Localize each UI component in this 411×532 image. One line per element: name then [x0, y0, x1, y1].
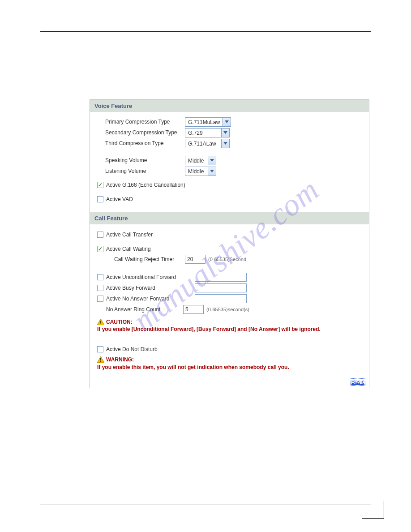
speaking-volume-select[interactable]: Middle: [185, 156, 216, 165]
call-transfer-checkbox[interactable]: [97, 232, 103, 238]
ring-count-label: No Answer Ring Count: [106, 306, 183, 313]
chevron-down-icon: [221, 129, 229, 137]
primary-compression-label: Primary Compression Type: [105, 119, 185, 125]
svg-text:!: !: [100, 320, 101, 325]
g168-row: Active G.168 (Echo Cancellation): [97, 182, 364, 188]
select-value: Middle: [185, 167, 208, 176]
call-transfer-label: Active Call Transfer: [106, 232, 153, 238]
svg-marker-3: [210, 159, 214, 162]
basic-link-container: Basic: [90, 379, 365, 385]
svg-marker-0: [225, 120, 229, 123]
secondary-compression-select[interactable]: G.729: [185, 128, 230, 137]
ring-count-hint: (0-65535)second(s): [206, 307, 249, 312]
warning-icon: !: [97, 356, 104, 363]
reject-timer-input[interactable]: 20: [185, 255, 206, 264]
page-number-box: [362, 501, 384, 519]
call-waiting-label: Active Call Waiting: [106, 246, 151, 252]
listening-volume-select[interactable]: Middle: [185, 167, 216, 176]
chevron-down-icon: [208, 167, 216, 176]
listening-volume-row: Listening Volume Middle: [105, 166, 364, 176]
warning-block: ! WARNING: If you enable this item, you …: [97, 356, 364, 370]
voice-feature-header: Voice Feature: [90, 100, 369, 112]
caution-title: CAUTION:: [106, 318, 133, 326]
reject-timer-label: Call Waiting Reject Timer: [114, 256, 185, 262]
speaking-volume-label: Speaking Volume: [105, 157, 185, 163]
dnd-row: Active Do Not Disturb: [97, 346, 364, 352]
busy-forward-input[interactable]: [195, 283, 247, 292]
caution-text: If you enable [Unconditional Forward], […: [97, 326, 364, 333]
listening-volume-label: Listening Volume: [105, 168, 185, 174]
vad-label: Active VAD: [106, 196, 133, 202]
call-waiting-checkbox[interactable]: [97, 246, 103, 252]
top-rule: [40, 31, 371, 32]
voice-feature-body: Primary Compression Type G.711MuLaw Seco…: [90, 112, 369, 212]
busy-forward-checkbox[interactable]: [97, 285, 103, 291]
third-compression-row: Third Compression Type G.711ALaw: [105, 138, 364, 149]
bottom-rule: [40, 505, 371, 505]
reject-timer-hint: (0-65535)Second: [208, 257, 246, 262]
vad-checkbox[interactable]: [97, 196, 103, 202]
third-compression-select[interactable]: G.711ALaw: [185, 139, 230, 148]
no-answer-forward-row: Active No Answer Forward: [97, 294, 364, 303]
call-feature-header: Call Feature: [90, 212, 369, 224]
call-feature-body: Active Call Transfer Active Call Waiting…: [90, 224, 369, 376]
dnd-checkbox[interactable]: [97, 346, 103, 352]
busy-forward-row: Active Busy Forward: [97, 283, 364, 292]
primary-compression-select[interactable]: G.711MuLaw: [185, 117, 231, 127]
warning-icon: !: [97, 319, 104, 325]
warning-text: If you enable this item, you will not ge…: [97, 364, 364, 371]
svg-marker-2: [223, 142, 227, 145]
g168-label: Active G.168 (Echo Cancellation): [106, 182, 185, 188]
unconditional-forward-row: Active Unconditional Forward: [97, 273, 364, 282]
select-value: G.711ALaw: [185, 139, 221, 148]
svg-marker-4: [210, 170, 214, 172]
unconditional-forward-label: Active Unconditional Forward: [106, 274, 192, 280]
no-answer-forward-label: Active No Answer Forward: [106, 296, 192, 302]
unconditional-forward-checkbox[interactable]: [97, 274, 103, 280]
select-value: Middle: [185, 156, 208, 165]
reject-timer-row: Call Waiting Reject Timer 20 (0-65535)Se…: [114, 254, 364, 265]
select-value: G.729: [185, 129, 221, 137]
call-transfer-row: Active Call Transfer: [97, 232, 364, 238]
chevron-down-icon: [223, 118, 231, 126]
select-value: G.711MuLaw: [185, 118, 223, 126]
secondary-compression-label: Secondary Compression Type: [105, 129, 185, 136]
ring-count-input[interactable]: 5: [183, 305, 204, 314]
primary-compression-row: Primary Compression Type G.711MuLaw: [105, 116, 364, 127]
call-waiting-row: Active Call Waiting: [97, 246, 364, 252]
no-answer-forward-checkbox[interactable]: [97, 296, 103, 302]
busy-forward-label: Active Busy Forward: [106, 285, 192, 291]
caution-block: ! CAUTION: If you enable [Unconditional …: [97, 318, 364, 333]
no-answer-forward-input[interactable]: [195, 294, 247, 303]
secondary-compression-row: Secondary Compression Type G.729: [105, 127, 364, 138]
speaking-volume-row: Speaking Volume Middle: [105, 155, 364, 166]
g168-checkbox[interactable]: [97, 182, 103, 188]
basic-link[interactable]: Basic: [351, 378, 365, 386]
chevron-down-icon: [208, 156, 216, 165]
settings-panel: Voice Feature Primary Compression Type G…: [90, 99, 369, 388]
vad-row: Active VAD: [97, 196, 364, 202]
ring-count-row: No Answer Ring Count 5 (0-65535)second(s…: [106, 305, 364, 314]
unconditional-forward-input[interactable]: [195, 273, 247, 282]
svg-text:!: !: [100, 358, 101, 363]
dnd-label: Active Do Not Disturb: [106, 346, 158, 352]
svg-marker-1: [223, 131, 227, 134]
third-compression-label: Third Compression Type: [105, 140, 185, 146]
chevron-down-icon: [221, 139, 229, 148]
warning-title: WARNING:: [106, 356, 134, 363]
